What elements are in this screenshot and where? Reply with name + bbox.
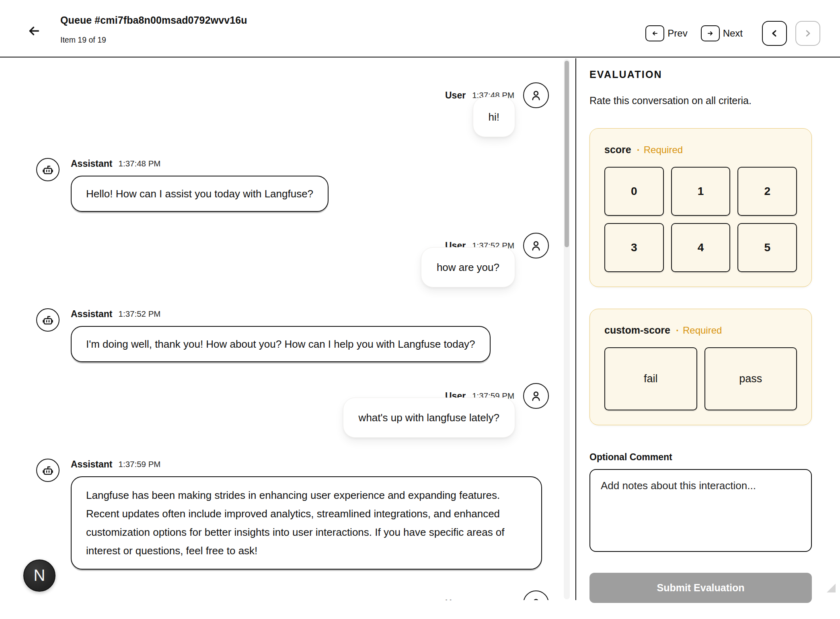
collapse-panel-button[interactable]: [762, 21, 787, 46]
chat-message-user: User 1:37:59 PM what's up with langfuse …: [0, 383, 576, 438]
criterion-name: custom-score: [604, 324, 670, 336]
header: Queue #cmi7fba8n00msad0792wvv16u Item 19…: [0, 0, 840, 57]
message-bubble: Langfuse has been making strides in enha…: [71, 476, 542, 570]
chat-message-assistant: Assistant 1:37:59 PM Langfuse has been m…: [0, 459, 576, 570]
submit-evaluation-button[interactable]: Submit Evaluation: [589, 573, 812, 603]
prev-label[interactable]: Prev: [667, 28, 687, 39]
message-author: User: [445, 598, 466, 601]
person-icon: [529, 596, 543, 600]
chat-scrollbar-thumb[interactable]: [565, 61, 569, 247]
criterion-options: failpass: [604, 347, 797, 410]
chat-message-user: User 1:38:04 PM: [0, 590, 576, 600]
chevron-right-icon: [802, 28, 813, 39]
message-bubble: how are you?: [421, 247, 515, 287]
resize-grip-icon[interactable]: [827, 584, 836, 592]
person-icon: [529, 88, 543, 102]
chat-message-user: User 1:37:52 PM how are you?: [0, 233, 576, 287]
panel-divider: [575, 58, 576, 600]
nextjs-logo-letter: N: [34, 567, 45, 583]
person-icon: [529, 389, 543, 403]
option-button-3[interactable]: 3: [604, 223, 664, 272]
option-button-4[interactable]: 4: [671, 223, 731, 272]
next-label[interactable]: Next: [723, 28, 743, 39]
option-button-2[interactable]: 2: [737, 167, 797, 216]
back-button[interactable]: [26, 23, 43, 39]
header-controls: Prev Next: [645, 20, 820, 47]
option-button-5[interactable]: 5: [737, 223, 797, 272]
chat-scrollbar[interactable]: [564, 59, 570, 599]
annotation-queue-app: Queue #cmi7fba8n00msad0792wvv16u Item 19…: [0, 0, 840, 619]
robot-icon: [41, 314, 54, 326]
message-bubble: I'm doing well, thank you! How about you…: [71, 326, 491, 362]
chat-message-assistant: Assistant 1:37:52 PM I'm doing well, tha…: [0, 308, 576, 362]
option-button-0[interactable]: 0: [604, 167, 664, 216]
arrow-left-icon: [650, 29, 660, 38]
message-author: Assistant: [71, 158, 113, 169]
option-button-pass[interactable]: pass: [704, 347, 797, 410]
user-avatar: [523, 82, 549, 108]
criterion-card: custom-score Required failpass: [589, 309, 812, 425]
message-bubble: Hello! How can I assist you today with L…: [71, 176, 329, 212]
user-avatar: [523, 233, 549, 258]
message-timestamp: 1:38:04 PM: [472, 599, 514, 600]
message-author: Assistant: [71, 459, 113, 470]
message-timestamp: 1:37:59 PM: [119, 459, 161, 469]
chat-messages: User 1:37:48 PM hi! Assistant: [0, 58, 576, 600]
criterion-options: 012345: [604, 167, 797, 272]
expand-panel-button[interactable]: [795, 21, 820, 46]
robot-icon: [41, 163, 54, 176]
message-bubble: what's up with langfuse lately?: [343, 398, 515, 438]
evaluation-panel: EVALUATION Rate this conversation on all…: [589, 58, 812, 603]
evaluation-heading: EVALUATION: [589, 69, 812, 80]
nextjs-dev-badge[interactable]: N: [23, 560, 55, 592]
robot-icon: [41, 464, 54, 477]
criterion-name: score: [604, 144, 631, 156]
assistant-avatar: [36, 459, 60, 482]
evaluation-instruction: Rate this conversation on all criteria.: [589, 95, 812, 107]
criterion-card: score Required 012345: [589, 128, 812, 287]
message-timestamp: 1:37:48 PM: [119, 159, 161, 168]
next-button[interactable]: [701, 25, 720, 41]
page-title: Queue #cmi7fba8n00msad0792wvv16u: [60, 14, 247, 26]
criteria-list: score Required 012345 custom-score Requi…: [589, 128, 812, 425]
comment-label: Optional Comment: [589, 452, 812, 463]
chevron-left-icon: [769, 28, 780, 39]
person-icon: [529, 239, 543, 252]
message-timestamp: 1:37:52 PM: [119, 309, 161, 319]
option-button-1[interactable]: 1: [671, 167, 731, 216]
message-bubble: hi!: [473, 97, 515, 137]
user-avatar: [523, 590, 549, 600]
prev-button[interactable]: [645, 25, 664, 41]
assistant-avatar: [36, 308, 60, 332]
back-arrow-icon: [27, 24, 41, 38]
required-label: Required: [676, 325, 722, 336]
comment-textarea[interactable]: [589, 469, 812, 552]
assistant-avatar: [36, 158, 60, 181]
required-label: Required: [637, 144, 683, 156]
chat-message-assistant: Assistant 1:37:48 PM Hello! How can I as…: [0, 158, 576, 212]
chat-message-user: User 1:37:48 PM hi!: [0, 82, 576, 137]
message-author: User: [445, 90, 466, 101]
arrow-right-icon: [705, 29, 715, 38]
message-author: Assistant: [71, 309, 113, 320]
item-counter: Item 19 of 19: [60, 35, 106, 45]
option-button-fail[interactable]: fail: [604, 347, 697, 410]
user-avatar: [523, 383, 549, 409]
